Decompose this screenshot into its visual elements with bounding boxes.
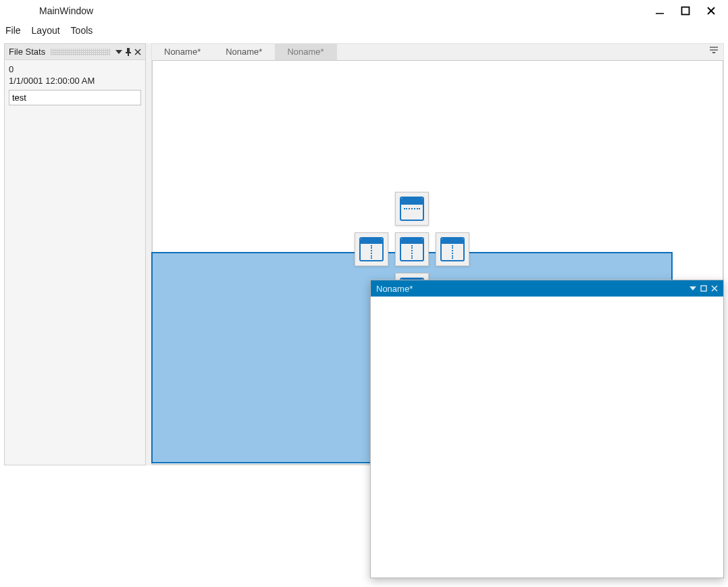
- panel-grip[interactable]: [51, 49, 110, 55]
- svg-marker-13: [690, 286, 696, 290]
- close-icon: [134, 49, 141, 55]
- close-icon: [706, 6, 716, 16]
- menu-tools[interactable]: Tools: [71, 25, 93, 36]
- close-button[interactable]: [706, 6, 716, 16]
- dock-left-icon: [359, 237, 384, 261]
- menu-file[interactable]: File: [5, 25, 21, 36]
- tabstrip: Noname* Noname* Noname*: [152, 44, 723, 60]
- tab-list-button[interactable]: [704, 44, 723, 60]
- floating-window-header[interactable]: Noname*: [371, 280, 723, 297]
- panel-body: 0 1/1/0001 12:00:00 AM: [5, 60, 145, 109]
- menubar: File Layout Tools: [0, 22, 728, 39]
- panel-header[interactable]: File Stats: [5, 44, 145, 60]
- file-count: 0: [9, 64, 141, 74]
- floating-maximize-button[interactable]: [700, 285, 707, 292]
- maximize-icon: [681, 6, 690, 16]
- document-tab-3[interactable]: Noname*: [275, 44, 336, 60]
- svg-rect-7: [128, 53, 129, 56]
- maximize-icon: [700, 285, 707, 292]
- svg-rect-5: [127, 48, 130, 52]
- floating-close-button[interactable]: [711, 285, 718, 292]
- panel-input[interactable]: [9, 90, 141, 105]
- dock-center-icon: [400, 237, 424, 261]
- dock-right-icon: [440, 237, 465, 261]
- menu-layout[interactable]: Layout: [32, 25, 60, 36]
- file-timestamp: 1/1/0001 12:00:00 AM: [9, 76, 141, 86]
- minimize-button[interactable]: [655, 6, 665, 16]
- floating-dropdown-button[interactable]: [690, 285, 696, 292]
- svg-rect-14: [701, 286, 706, 291]
- dock-top-button[interactable]: [395, 192, 429, 226]
- panel-pin-button[interactable]: [125, 48, 132, 56]
- dock-left-button[interactable]: [355, 232, 388, 266]
- floating-window-controls: [690, 285, 718, 292]
- minimize-icon: [655, 6, 665, 16]
- dock-top-icon: [400, 197, 424, 221]
- tab-list-icon: [710, 47, 718, 53]
- floating-window-body[interactable]: [371, 297, 723, 578]
- file-stats-panel: File Stats 0 1/1/0001 12:00:00 AM: [4, 43, 146, 465]
- document-tab-2[interactable]: Noname*: [213, 44, 275, 60]
- pin-icon: [125, 48, 132, 56]
- svg-rect-6: [126, 52, 131, 53]
- document-tab-1[interactable]: Noname*: [152, 44, 213, 60]
- window-title: MainWindow: [4, 5, 93, 16]
- chevron-down-icon: [115, 49, 122, 55]
- floating-document-window[interactable]: Noname*: [370, 280, 724, 578]
- svg-marker-4: [115, 50, 122, 54]
- dock-center-button[interactable]: [395, 232, 429, 266]
- dock-right-button[interactable]: [436, 232, 469, 266]
- svg-marker-12: [712, 52, 716, 53]
- maximize-button[interactable]: [681, 6, 690, 16]
- window-controls: [655, 6, 724, 16]
- svg-rect-1: [682, 7, 690, 15]
- close-icon: [711, 285, 718, 292]
- panel-dropdown-button[interactable]: [115, 49, 122, 55]
- panel-close-button[interactable]: [134, 49, 141, 55]
- floating-window-title: Noname*: [376, 284, 413, 294]
- panel-title: File Stats: [9, 47, 45, 57]
- titlebar: MainWindow: [0, 0, 728, 22]
- chevron-down-icon: [690, 285, 696, 292]
